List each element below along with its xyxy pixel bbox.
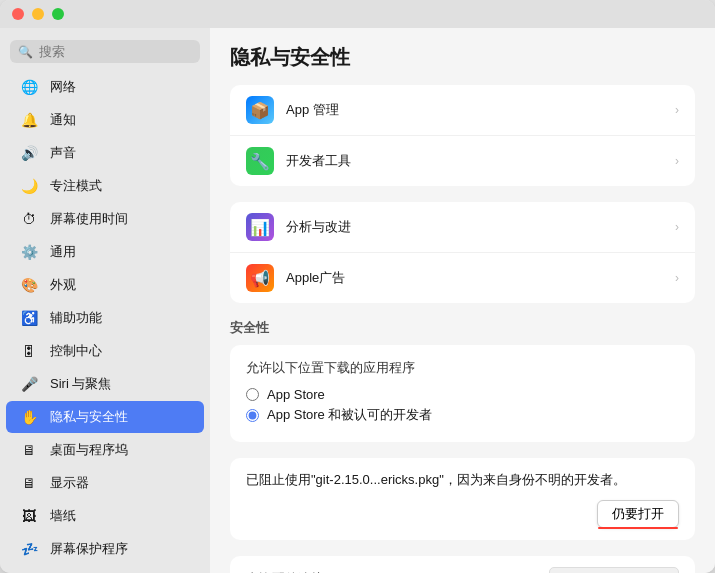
analytics-chevron: › xyxy=(675,220,679,234)
blocked-actions: 仍要打开 xyxy=(246,500,679,528)
appmanage-label: App 管理 xyxy=(286,101,663,119)
sidebar-item-screensaver[interactable]: 💤 屏幕保护程序 xyxy=(6,533,204,565)
sidebar-item-screentime[interactable]: ⏱ 屏幕使用时间 xyxy=(6,203,204,235)
screensaver-icon: 💤 xyxy=(18,538,40,560)
appmanage-row[interactable]: 📦 App 管理 › xyxy=(230,85,695,136)
sidebar-item-desktop[interactable]: 🖥 桌面与程序坞 xyxy=(6,434,204,466)
analytics-row[interactable]: 📊 分析与改进 › xyxy=(230,202,695,253)
sidebar: 🔍 🌐 网络 🔔 通知 🔊 声音 🌙 专注模式 ⏱ 屏幕使用时间 xyxy=(0,28,210,573)
blocked-message: 已阻止使用"git-2.15.0...ericks.pkg"，因为来自身份不明的… xyxy=(246,470,679,490)
screentime-icon: ⏱ xyxy=(18,208,40,230)
sidebar-item-label: 隐私与安全性 xyxy=(50,408,128,426)
sound-icon: 🔊 xyxy=(18,142,40,164)
display-icon: 🖥 xyxy=(18,472,40,494)
appleads-icon: 📢 xyxy=(246,264,274,292)
sidebar-item-label: 专注模式 xyxy=(50,177,102,195)
sidebar-item-sound[interactable]: 🔊 声音 xyxy=(6,137,204,169)
titlebar xyxy=(0,0,715,28)
search-bar[interactable]: 🔍 xyxy=(10,40,200,63)
radio-appstore-dev-input[interactable] xyxy=(246,409,259,422)
sidebar-item-controlcenter[interactable]: 🎛 控制中心 xyxy=(6,335,204,367)
sidebar-item-label: 屏幕保护程序 xyxy=(50,540,128,558)
radio-appstore-input[interactable] xyxy=(246,388,259,401)
devtools-chevron: › xyxy=(675,154,679,168)
sidebar-item-general[interactable]: ⚙️ 通用 xyxy=(6,236,204,268)
privacy-icon: ✋ xyxy=(18,406,40,428)
notification-icon: 🔔 xyxy=(18,109,40,131)
radio-appstore-dev[interactable]: App Store 和被认可的开发者 xyxy=(246,406,679,424)
close-button[interactable] xyxy=(12,8,24,20)
desktop-icon: 🖥 xyxy=(18,439,40,461)
devtools-icon: 🔧 xyxy=(246,147,274,175)
sidebar-item-label: 外观 xyxy=(50,276,76,294)
appleads-label: Apple广告 xyxy=(286,269,663,287)
sidebar-item-label: 桌面与程序坞 xyxy=(50,441,128,459)
download-from-label: 允许以下位置下载的应用程序 xyxy=(246,359,679,377)
content-area: 🔍 🌐 网络 🔔 通知 🔊 声音 🌙 专注模式 ⏱ 屏幕使用时间 xyxy=(0,28,715,573)
top-settings-card: 📦 App 管理 › 🔧 开发者工具 › xyxy=(230,85,695,186)
wallpaper-icon: 🖼 xyxy=(18,505,40,527)
sidebar-item-wallpaper[interactable]: 🖼 墙纸 xyxy=(6,500,204,532)
general-icon: ⚙️ xyxy=(18,241,40,263)
appleads-chevron: › xyxy=(675,271,679,285)
accessories-row: 允许配件连接 新配件时询问 ◇ xyxy=(230,556,695,574)
sidebar-item-battery[interactable]: 🔋 电池 xyxy=(6,566,204,573)
minimize-button[interactable] xyxy=(32,8,44,20)
radio-appstore[interactable]: App Store xyxy=(246,387,679,402)
main-window: 🔍 🌐 网络 🔔 通知 🔊 声音 🌙 专注模式 ⏱ 屏幕使用时间 xyxy=(0,0,715,573)
search-icon: 🔍 xyxy=(18,45,33,59)
sidebar-item-label: 辅助功能 xyxy=(50,309,102,327)
search-input[interactable] xyxy=(39,44,192,59)
security-section-label: 安全性 xyxy=(230,319,695,337)
open-anyway-button[interactable]: 仍要打开 xyxy=(597,500,679,528)
sidebar-item-label: 通用 xyxy=(50,243,76,261)
appmanage-chevron: › xyxy=(675,103,679,117)
radio-appstore-label: App Store xyxy=(267,387,325,402)
analytics-icon: 📊 xyxy=(246,213,274,241)
sidebar-item-label: 墙纸 xyxy=(50,507,76,525)
sidebar-item-siri[interactable]: 🎤 Siri 与聚焦 xyxy=(6,368,204,400)
sidebar-item-focus[interactable]: 🌙 专注模式 xyxy=(6,170,204,202)
sidebar-item-privacy[interactable]: ✋ 隐私与安全性 xyxy=(6,401,204,433)
network-icon: 🌐 xyxy=(18,76,40,98)
devtools-label: 开发者工具 xyxy=(286,152,663,170)
sidebar-item-network[interactable]: 🌐 网络 xyxy=(6,71,204,103)
focus-icon: 🌙 xyxy=(18,175,40,197)
controlcenter-icon: 🎛 xyxy=(18,340,40,362)
sidebar-item-label: 屏幕使用时间 xyxy=(50,210,128,228)
sidebar-item-display[interactable]: 🖥 显示器 xyxy=(6,467,204,499)
sidebar-item-notification[interactable]: 🔔 通知 xyxy=(6,104,204,136)
blocked-card: 已阻止使用"git-2.15.0...ericks.pkg"，因为来自身份不明的… xyxy=(230,458,695,540)
appleads-row[interactable]: 📢 Apple广告 › xyxy=(230,253,695,303)
sidebar-item-label: 显示器 xyxy=(50,474,89,492)
appmanage-icon: 📦 xyxy=(246,96,274,124)
sidebar-item-label: Siri 与聚焦 xyxy=(50,375,111,393)
sidebar-item-accessibility[interactable]: ♿ 辅助功能 xyxy=(6,302,204,334)
maximize-button[interactable] xyxy=(52,8,64,20)
sidebar-item-label: 网络 xyxy=(50,78,76,96)
sidebar-item-label: 控制中心 xyxy=(50,342,102,360)
analytics-label: 分析与改进 xyxy=(286,218,663,236)
analytics-card: 📊 分析与改进 › 📢 Apple广告 › xyxy=(230,202,695,303)
sidebar-item-label: 声音 xyxy=(50,144,76,162)
siri-icon: 🎤 xyxy=(18,373,40,395)
appearance-icon: 🎨 xyxy=(18,274,40,296)
accessories-select[interactable]: 新配件时询问 ◇ xyxy=(549,567,679,574)
security-card: 允许以下位置下载的应用程序 App Store App Store 和被认可的开… xyxy=(230,345,695,442)
sidebar-item-label: 通知 xyxy=(50,111,76,129)
radio-appstore-dev-label: App Store 和被认可的开发者 xyxy=(267,406,432,424)
sidebar-item-appearance[interactable]: 🎨 外观 xyxy=(6,269,204,301)
main-content: 隐私与安全性 📦 App 管理 › 🔧 开发者工具 › 📊 分析与改进 xyxy=(210,28,715,573)
devtools-row[interactable]: 🔧 开发者工具 › xyxy=(230,136,695,186)
accessibility-icon: ♿ xyxy=(18,307,40,329)
page-title: 隐私与安全性 xyxy=(230,44,695,71)
